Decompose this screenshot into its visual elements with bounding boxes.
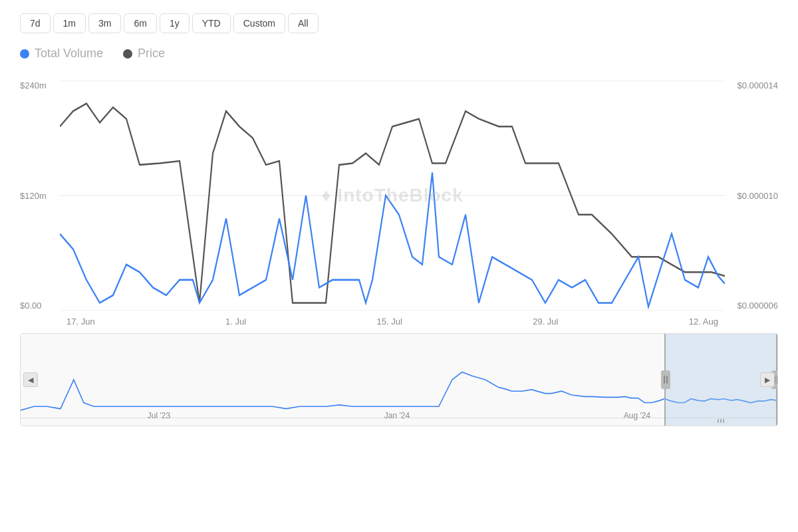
main-container: 7d1m3m6m1yYTDCustomAll Total Volume Pric… bbox=[0, 0, 798, 532]
legend-label: Total Volume bbox=[35, 47, 103, 61]
time-btn-1y[interactable]: 1y bbox=[160, 13, 190, 33]
x-axis-label: 12. Aug bbox=[689, 317, 718, 327]
y-axis-right: $0.000014$0.000010$0.000006 bbox=[737, 80, 778, 327]
y-axis-left-label: $120m bbox=[20, 191, 47, 201]
y-axis-right-label: $0.000014 bbox=[737, 80, 778, 90]
time-btn-6m[interactable]: 6m bbox=[124, 13, 156, 33]
time-btn-3m[interactable]: 3m bbox=[88, 13, 121, 33]
legend-item-total-volume: Total Volume bbox=[20, 47, 103, 61]
y-axis-left-label: $0.00 bbox=[20, 301, 47, 311]
legend-dot bbox=[20, 49, 29, 59]
chart-svg bbox=[60, 80, 725, 311]
y-axis-left-label: $240m bbox=[20, 80, 47, 90]
y-axis-right-label: $0.000006 bbox=[737, 301, 778, 311]
time-btn-all[interactable]: All bbox=[288, 13, 319, 33]
navigator-handle-left[interactable] bbox=[661, 370, 670, 389]
main-chart: $240m$120m$0.00 $0.000014$0.000010$0.000… bbox=[20, 80, 778, 327]
navigator-left-arrow[interactable]: ◀ bbox=[23, 372, 38, 387]
x-axis-label: 29. Jul bbox=[533, 317, 558, 327]
time-btn-ytd[interactable]: YTD bbox=[192, 13, 231, 33]
y-axis-right-label: $0.000010 bbox=[737, 191, 778, 201]
time-range-bar: 7d1m3m6m1yYTDCustomAll bbox=[20, 13, 778, 33]
x-axis-label: 15. Jul bbox=[376, 317, 402, 327]
time-btn-7d[interactable]: 7d bbox=[20, 13, 51, 33]
legend: Total Volume Price bbox=[20, 47, 778, 61]
time-btn-custom[interactable]: Custom bbox=[233, 13, 285, 33]
legend-item-price: Price bbox=[123, 47, 165, 61]
legend-label: Price bbox=[138, 47, 165, 61]
navigator-bottom-handle[interactable] bbox=[708, 419, 734, 423]
chart-svg-container: ♦ IntoTheBlock bbox=[60, 80, 725, 311]
navigator-right-arrow[interactable]: ▶ bbox=[760, 372, 775, 387]
x-axis-labels: 17. Jun1. Jul15. Jul29. Jul12. Aug bbox=[60, 317, 725, 327]
time-btn-1m[interactable]: 1m bbox=[53, 13, 86, 33]
y-axis-left: $240m$120m$0.00 bbox=[20, 80, 47, 327]
legend-dot bbox=[123, 49, 132, 59]
navigator[interactable]: ◀ ▶ bbox=[20, 333, 778, 426]
x-axis-label: 17. Jun bbox=[66, 317, 95, 327]
x-axis-label: 1. Jul bbox=[225, 317, 246, 327]
